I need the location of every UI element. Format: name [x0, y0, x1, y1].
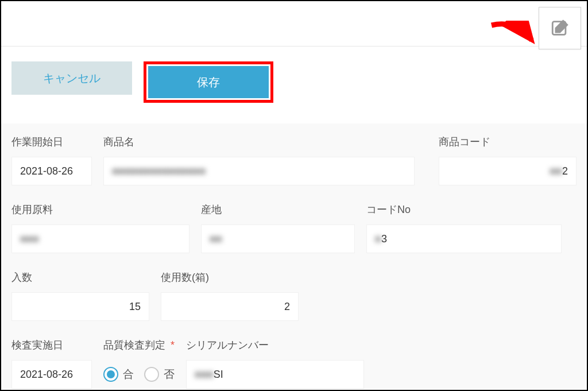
- label-code-no: コードNo: [366, 203, 562, 216]
- edit-icon: [550, 18, 570, 38]
- radio-quality-pass[interactable]: 合: [103, 367, 134, 382]
- input-product-code[interactable]: ■■2: [439, 157, 577, 185]
- cancel-button[interactable]: キャンセル: [11, 61, 132, 95]
- field-product-code: 商品コード ■■2: [439, 135, 577, 185]
- input-serial[interactable]: ■■■SI: [186, 360, 364, 389]
- label-inspect-date: 検査実施日: [11, 338, 92, 352]
- field-start-date: 作業開始日 2021-08-26: [11, 135, 92, 185]
- field-material: 使用原料 ■■■: [11, 203, 189, 253]
- save-button-highlight: 保存: [144, 61, 273, 103]
- field-code-no: コードNo ■3: [366, 203, 562, 253]
- input-qty-in[interactable]: 15: [11, 292, 149, 321]
- label-origin: 産地: [201, 203, 355, 216]
- label-quality: 品質検査判定 *: [103, 338, 175, 352]
- input-inspect-date[interactable]: 2021-08-26: [11, 360, 92, 389]
- field-inspect-date: 検査実施日 2021-08-26: [11, 338, 92, 389]
- input-material[interactable]: ■■■: [11, 224, 189, 253]
- field-product-name: 商品名 ■■■■■■■■■■■■■■■: [103, 135, 415, 185]
- toolbar: キャンセル 保存: [1, 46, 587, 123]
- radio-group-quality: 合 否: [103, 360, 175, 389]
- input-origin[interactable]: ■■: [201, 224, 355, 253]
- label-product-code: 商品コード: [439, 135, 577, 149]
- label-start-date: 作業開始日: [11, 135, 92, 149]
- radio-circle-icon: [103, 367, 118, 382]
- field-quality: 品質検査判定 * 合 否: [103, 338, 175, 389]
- label-qty-used: 使用数(箱): [161, 270, 299, 284]
- field-origin: 産地 ■■: [201, 203, 355, 253]
- input-qty-used[interactable]: 2: [161, 292, 299, 321]
- input-start-date[interactable]: 2021-08-26: [11, 157, 92, 185]
- radio-circle-icon: [144, 367, 159, 382]
- label-serial: シリアルナンバー: [186, 338, 364, 352]
- field-qty-used: 使用数(箱) 2: [161, 270, 299, 321]
- radio-quality-fail[interactable]: 否: [144, 367, 175, 382]
- field-serial: シリアルナンバー ■■■SI: [186, 338, 364, 389]
- save-button[interactable]: 保存: [148, 66, 269, 98]
- input-code-no[interactable]: ■3: [366, 224, 562, 253]
- label-qty-in: 入数: [11, 270, 149, 284]
- form-area: 作業開始日 2021-08-26 商品名 ■■■■■■■■■■■■■■■ 商品コ…: [1, 123, 587, 391]
- label-material: 使用原料: [11, 203, 189, 216]
- label-product-name: 商品名: [103, 135, 415, 149]
- edit-button[interactable]: [539, 7, 581, 49]
- field-qty-in: 入数 15: [11, 270, 149, 321]
- input-product-name[interactable]: ■■■■■■■■■■■■■■■: [103, 157, 415, 185]
